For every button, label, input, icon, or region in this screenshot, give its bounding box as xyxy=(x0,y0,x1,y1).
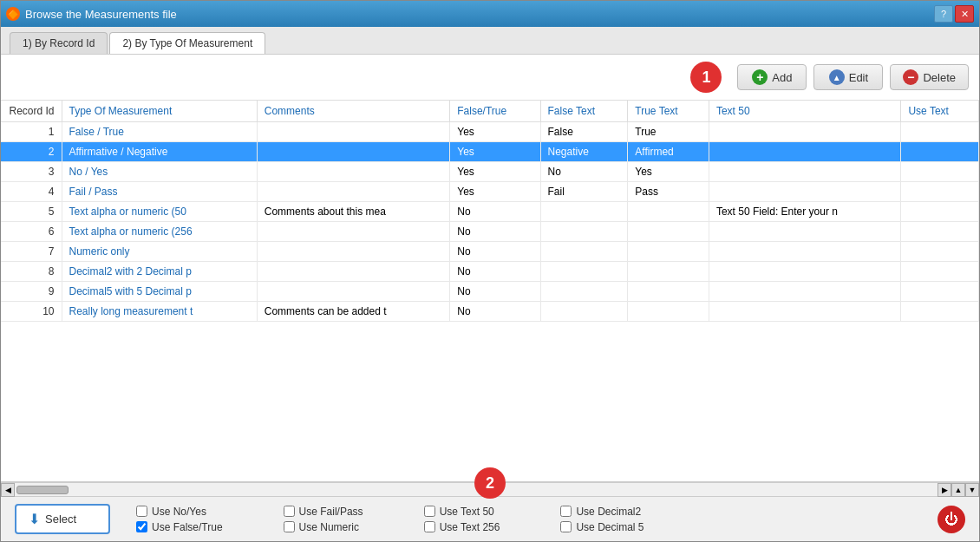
badge-2: 2 xyxy=(474,467,506,499)
table-body: 1False / TrueYesFalseTrue2Affirmative / … xyxy=(1,122,979,322)
help-button[interactable]: ? xyxy=(934,5,953,23)
table-cell xyxy=(709,162,901,182)
delete-button[interactable]: − Delete xyxy=(890,64,969,90)
col-record-id: Record Id xyxy=(1,101,62,122)
checkbox-use-decimal5-input[interactable] xyxy=(560,521,572,532)
checkbox-use-numeric[interactable]: Use Numeric xyxy=(284,521,363,533)
col-comments: Comments xyxy=(257,101,449,122)
checkbox-use-numeric-input[interactable] xyxy=(284,521,295,532)
table-scroll[interactable]: Record Id Type Of Measurement Comments F… xyxy=(1,101,979,481)
scrollbar-thumb[interactable] xyxy=(16,486,69,494)
table-row[interactable]: 6Text alpha or numeric (256No xyxy=(1,222,979,242)
table-cell xyxy=(257,262,449,282)
table-cell xyxy=(709,142,901,162)
checkbox-use-decimal2-label: Use Decimal2 xyxy=(576,506,641,518)
table-row[interactable]: 5Text alpha or numeric (50Comments about… xyxy=(1,202,979,222)
table-cell xyxy=(901,222,979,242)
table-cell xyxy=(257,242,449,262)
table-row[interactable]: 4Fail / PassYesFailPass xyxy=(1,182,979,202)
checkbox-use-false-true[interactable]: Use False/True xyxy=(136,521,223,533)
cell-type: Text alpha or numeric (50 xyxy=(62,202,257,222)
table-cell xyxy=(257,142,449,162)
cell-record-id: 3 xyxy=(1,162,62,182)
table-row[interactable]: 1False / TrueYesFalseTrue xyxy=(1,122,979,142)
tab-by-type[interactable]: 2) By Type Of Measurement xyxy=(109,32,265,54)
tab-by-record-id[interactable]: 1) By Record Id xyxy=(10,32,108,54)
table-row[interactable]: 9Decimal5 with 5 Decimal pNo xyxy=(1,282,979,302)
cell-type: Fail / Pass xyxy=(62,182,257,202)
edit-button[interactable]: ▲ Edit xyxy=(813,64,883,90)
table-header-row: Record Id Type Of Measurement Comments F… xyxy=(1,101,979,122)
table-cell xyxy=(901,262,979,282)
table-row[interactable]: 2Affirmative / NegativeYesNegativeAffirm… xyxy=(1,142,979,162)
scroll-right-button[interactable]: ▶ xyxy=(938,483,951,497)
badge-1: 1 xyxy=(690,62,722,93)
cell-record-id: 4 xyxy=(1,182,62,202)
table-cell: No xyxy=(450,242,540,262)
table-cell: Pass xyxy=(628,182,709,202)
app-icon: 🔶 xyxy=(6,7,20,21)
checkboxes-area: Use No/Yes Use False/True Use Fail/Pass … xyxy=(136,506,938,533)
bottom-scrollbar: 2 ◀ ▶ ▲ ▼ xyxy=(1,482,979,496)
edit-icon: ▲ xyxy=(829,69,845,85)
cell-type: Decimal5 with 5 Decimal p xyxy=(62,282,257,302)
select-button[interactable]: ⬇ Select xyxy=(15,504,110,534)
table-cell xyxy=(628,242,709,262)
checkbox-use-text50[interactable]: Use Text 50 xyxy=(424,506,500,518)
checkbox-use-no-yes[interactable]: Use No/Yes xyxy=(136,506,223,518)
col-false-text: False Text xyxy=(540,101,628,122)
cell-type: Decimal2 with 2 Decimal p xyxy=(62,262,257,282)
checkbox-use-false-true-input[interactable] xyxy=(136,521,147,532)
table-row[interactable]: 8Decimal2 with 2 Decimal pNo xyxy=(1,262,979,282)
window-title: Browse the Measurements file xyxy=(25,8,177,21)
checkbox-use-text256[interactable]: Use Text 256 xyxy=(424,521,500,533)
delete-label: Delete xyxy=(923,71,956,84)
table-cell xyxy=(628,202,709,222)
table-cell: Affirmed xyxy=(628,142,709,162)
power-button[interactable]: ⏻ xyxy=(938,506,965,533)
close-button[interactable]: ✕ xyxy=(955,5,974,23)
table-cell: Negative xyxy=(540,142,628,162)
table-cell xyxy=(540,282,628,302)
bottom-panel: ⬇ Select Use No/Yes Use False/True xyxy=(1,496,979,541)
scroll-up-button[interactable]: ▲ xyxy=(951,483,965,497)
checkbox-use-text50-input[interactable] xyxy=(424,506,435,517)
col-type: Type Of Measurement xyxy=(62,101,257,122)
table-cell xyxy=(901,242,979,262)
cell-record-id: 6 xyxy=(1,222,62,242)
checkbox-use-fail-pass-input[interactable] xyxy=(284,506,295,517)
table-container: Record Id Type Of Measurement Comments F… xyxy=(1,101,979,482)
scroll-down-button[interactable]: ▼ xyxy=(965,483,979,497)
checkbox-use-no-yes-input[interactable] xyxy=(136,506,147,517)
table-cell: Yes xyxy=(450,122,540,142)
title-bar-buttons: ? ✕ xyxy=(934,5,974,23)
checkbox-use-decimal5-label: Use Decimal 5 xyxy=(576,521,644,533)
col-true-text: True Text xyxy=(628,101,709,122)
table-cell xyxy=(628,222,709,242)
table-row[interactable]: 3No / YesYesNoYes xyxy=(1,162,979,182)
checkbox-use-text256-input[interactable] xyxy=(424,521,435,532)
add-button[interactable]: + Add xyxy=(737,64,807,90)
checkbox-use-fail-pass[interactable]: Use Fail/Pass xyxy=(284,506,363,518)
table-cell: No xyxy=(450,262,540,282)
tabs-bar: 1) By Record Id 2) By Type Of Measuremen… xyxy=(1,27,979,55)
table-row[interactable]: 10Really long measurement tComments can … xyxy=(1,302,979,322)
checkbox-use-decimal5[interactable]: Use Decimal 5 xyxy=(560,521,644,533)
main-window: 🔶 Browse the Measurements file ? ✕ 1) By… xyxy=(0,0,980,542)
table-cell: Yes xyxy=(628,162,709,182)
table-cell: Yes xyxy=(450,182,540,202)
table-row[interactable]: 7Numeric onlyNo xyxy=(1,242,979,262)
table-cell xyxy=(709,122,901,142)
table-cell xyxy=(709,222,901,242)
cell-record-id: 10 xyxy=(1,302,62,322)
cell-type: Text alpha or numeric (256 xyxy=(62,222,257,242)
checkbox-use-decimal2[interactable]: Use Decimal2 xyxy=(560,506,644,518)
col-text50: Text 50 xyxy=(709,101,901,122)
checkbox-use-no-yes-label: Use No/Yes xyxy=(152,506,206,518)
table-cell xyxy=(901,182,979,202)
cell-record-id: 8 xyxy=(1,262,62,282)
title-bar-left: 🔶 Browse the Measurements file xyxy=(6,7,177,21)
checkbox-use-decimal2-input[interactable] xyxy=(560,506,572,517)
table-cell xyxy=(257,222,449,242)
scroll-left-button[interactable]: ◀ xyxy=(1,483,15,497)
